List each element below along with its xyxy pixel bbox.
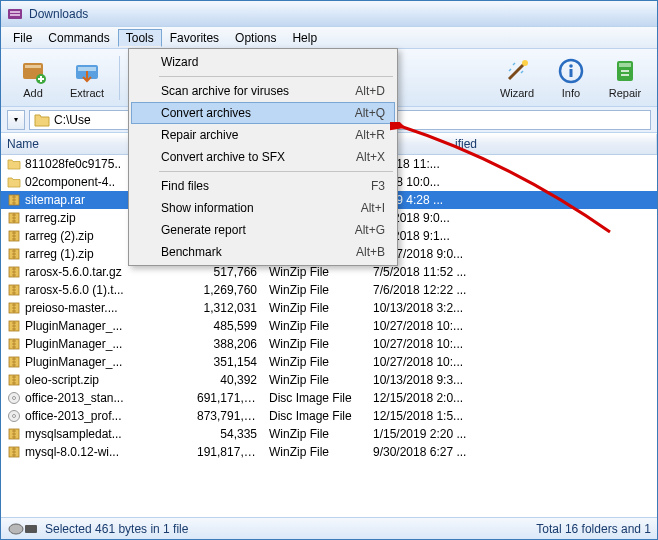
add-icon (19, 57, 47, 85)
svg-rect-13 (619, 63, 631, 67)
menu-report[interactable]: Generate reportAlt+G (131, 219, 395, 241)
file-modified: 11/17/2018 9:0... (367, 246, 657, 262)
svg-point-26 (13, 397, 16, 400)
file-name: rarosx-5.6.0.tar.gz (25, 265, 122, 279)
file-type: WinZip File (263, 426, 367, 442)
file-modified: 10/27/2018 10:... (367, 354, 657, 370)
arch-icon (7, 283, 21, 297)
disc-icon (7, 391, 21, 405)
arch-icon (7, 355, 21, 369)
app-icon (7, 6, 23, 22)
repair-label: Repair (609, 87, 641, 99)
menu-tools[interactable]: Tools (118, 29, 162, 47)
menu-bench[interactable]: BenchmarkAlt+B (131, 241, 395, 263)
info-icon (557, 57, 585, 85)
statusbar: Selected 461 bytes in 1 file Total 16 fo… (1, 517, 657, 539)
file-size: 691,171,328 (191, 390, 263, 406)
file-size: 388,206 (191, 336, 263, 352)
table-row[interactable]: rarosx-5.6.0 (1).t...1,269,760WinZip Fil… (1, 281, 657, 299)
table-row[interactable]: office-2013_prof...873,791,488Disc Image… (1, 407, 657, 425)
menu-repair[interactable]: Repair archiveAlt+R (131, 124, 395, 146)
file-name: office-2013_prof... (25, 409, 122, 423)
file-modified: /2018 10:0... (367, 174, 657, 190)
svg-rect-4 (25, 65, 41, 68)
add-button[interactable]: Add (7, 52, 59, 104)
file-size: 54,335 (191, 426, 263, 442)
menu-wizard[interactable]: Wizard (131, 51, 395, 73)
file-name: preioso-master.... (25, 301, 118, 315)
menubar: File Commands Tools Favorites Options He… (1, 27, 657, 49)
svg-rect-1 (10, 11, 20, 13)
file-size: 873,791,488 (191, 408, 263, 424)
arch-icon (7, 301, 21, 315)
info-button[interactable]: Info (545, 52, 597, 104)
file-name: mysqlsampledat... (25, 427, 122, 441)
svg-rect-11 (570, 69, 573, 77)
file-name: rarreg.zip (25, 211, 76, 225)
titlebar: Downloads (1, 1, 657, 27)
file-modified: 10/27/2018 10:... (367, 336, 657, 352)
table-row[interactable]: PluginManager_...388,206WinZip File10/27… (1, 335, 657, 353)
menu-favorites[interactable]: Favorites (162, 29, 227, 47)
menu-commands[interactable]: Commands (40, 29, 117, 47)
table-row[interactable]: PluginManager_...485,599WinZip File10/27… (1, 317, 657, 335)
table-row[interactable]: office-2013_stan...691,171,328Disc Image… (1, 389, 657, 407)
status-right: Total 16 folders and 1 (536, 522, 651, 536)
arch-icon (7, 445, 21, 459)
file-modified: /2019 4:28 ... (367, 192, 657, 208)
extract-icon (73, 57, 101, 85)
file-modified: 7/6/2018 12:22 ... (367, 282, 657, 298)
file-size: 40,392 (191, 372, 263, 388)
file-name: office-2013_stan... (25, 391, 124, 405)
table-row[interactable]: mysqlsampledat...54,335WinZip File1/15/2… (1, 425, 657, 443)
menu-sep (159, 76, 393, 77)
file-modified: 7/5/2018 9:0... (367, 210, 657, 226)
menu-convert[interactable]: Convert archivesAlt+Q (131, 102, 395, 124)
table-row[interactable]: preioso-master....1,312,031WinZip File10… (1, 299, 657, 317)
disc-icon (7, 409, 21, 423)
file-size: 351,154 (191, 354, 263, 370)
menu-options[interactable]: Options (227, 29, 284, 47)
file-name: PluginManager_... (25, 337, 122, 351)
up-button[interactable]: ▾ (7, 110, 25, 130)
menu-find[interactable]: Find filesF3 (131, 175, 395, 197)
toolbar-sep (119, 56, 121, 100)
arch-icon (7, 319, 21, 333)
file-name: rarreg (2).zip (25, 229, 94, 243)
file-name: sitemap.rar (25, 193, 85, 207)
file-modified: 10/27/2018 10:... (367, 318, 657, 334)
arch-icon (7, 373, 21, 387)
file-type: WinZip File (263, 336, 367, 352)
file-type: Disc Image File (263, 390, 367, 406)
arch-icon (7, 265, 21, 279)
svg-rect-2 (10, 14, 20, 16)
svg-point-28 (13, 415, 16, 418)
folder-icon (7, 157, 21, 171)
arch-icon (7, 337, 21, 351)
arch-icon (7, 211, 21, 225)
file-modified: 1/15/2019 2:20 ... (367, 426, 657, 442)
extract-button[interactable]: Extract (61, 52, 113, 104)
menu-help[interactable]: Help (284, 29, 325, 47)
menu-sfx[interactable]: Convert archive to SFXAlt+X (131, 146, 395, 168)
file-type: WinZip File (263, 282, 367, 298)
svg-rect-32 (25, 525, 37, 533)
repair-button[interactable]: Repair (599, 52, 651, 104)
menu-info[interactable]: Show informationAlt+I (131, 197, 395, 219)
file-type: WinZip File (263, 318, 367, 334)
table-row[interactable]: oleo-script.zip40,392WinZip File10/13/20… (1, 371, 657, 389)
table-row[interactable]: mysql-8.0.12-wi...191,817,844WinZip File… (1, 443, 657, 461)
wizard-button[interactable]: Wizard (491, 52, 543, 104)
arch-icon (7, 193, 21, 207)
arch-icon (7, 247, 21, 261)
file-name: 811028fe0c9175.. (25, 157, 121, 171)
file-modified: 10/13/2018 9:3... (367, 372, 657, 388)
col-modified[interactable]: ified (367, 134, 657, 154)
file-size: 191,817,844 (191, 444, 263, 460)
file-modified: 0/2018 11:... (367, 156, 657, 172)
table-row[interactable]: PluginManager_...351,154WinZip File10/27… (1, 353, 657, 371)
menu-file[interactable]: File (5, 29, 40, 47)
info-label: Info (562, 87, 580, 99)
svg-point-10 (569, 64, 573, 68)
menu-scan[interactable]: Scan archive for virusesAlt+D (131, 80, 395, 102)
